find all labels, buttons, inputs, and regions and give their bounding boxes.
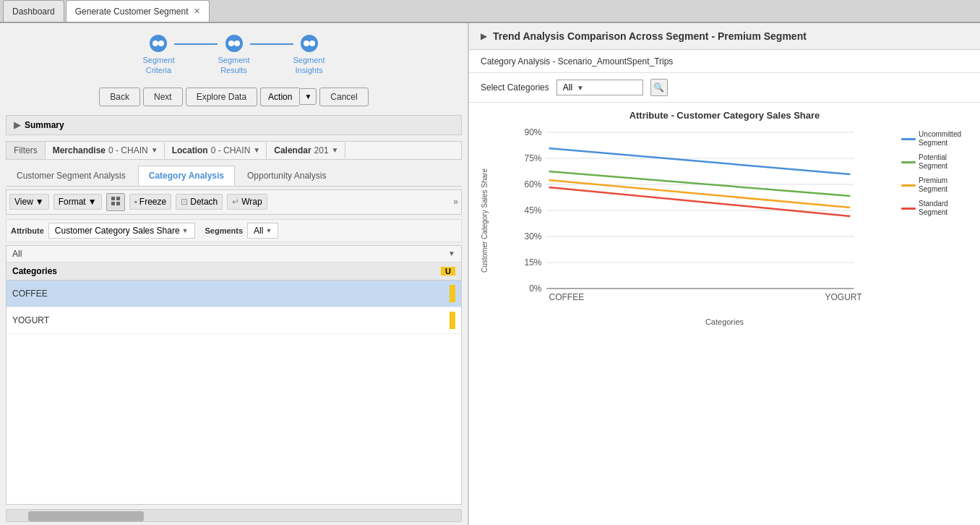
legend-premium: PremiumSegment <box>901 176 961 194</box>
detach-icon: ⊡ <box>181 197 188 207</box>
freeze-label: Freeze <box>139 197 166 207</box>
chart-y-label: Customer Category Sales Share <box>481 127 494 315</box>
explore-data-button[interactable]: Explore Data <box>186 88 257 106</box>
location-value: 0 - CHAIN <box>211 145 251 155</box>
attribute-label: Attribute <box>11 226 44 235</box>
svg-text:30%: 30% <box>524 231 541 242</box>
summary-label: Summary <box>25 120 64 130</box>
tab-dashboard[interactable]: Dashboard <box>3 0 64 22</box>
action-dropdown-button[interactable]: ▼ <box>299 88 317 105</box>
view-button[interactable]: View ▼ <box>9 194 49 210</box>
table-row[interactable]: COFFEE <box>7 281 461 307</box>
svg-rect-0 <box>111 197 115 200</box>
chart-container: Attribute - Customer Category Sales Shar… <box>469 103 980 525</box>
format-dropdown-icon: ▼ <box>88 197 97 207</box>
search-icon: 🔍 <box>653 82 664 93</box>
location-dropdown-icon[interactable]: ▼ <box>253 146 260 154</box>
grid-icon-button[interactable] <box>106 193 125 211</box>
merchandise-value: 0 - CHAIN <box>108 145 148 155</box>
view-label: View <box>14 197 33 207</box>
legend-standard-color <box>901 208 916 210</box>
step-label-insights: SegmentInsights <box>293 55 325 76</box>
legend-uncommitted-label: UncommittedSegment <box>919 130 961 148</box>
table-header-row: Categories U <box>7 262 461 281</box>
wrap-icon: ↵ <box>232 197 239 207</box>
right-subtitle: Category Analysis - Scenario_AmountSpent… <box>469 50 980 73</box>
wrap-button[interactable]: ↵ Wrap <box>227 194 267 210</box>
segments-select[interactable]: All ▼ <box>247 223 278 239</box>
svg-text:45%: 45% <box>524 205 541 215</box>
sub-tabs: Customer Segment Analysis Category Analy… <box>6 166 462 187</box>
legend-uncommitted: UncommittedSegment <box>901 130 961 148</box>
categories-select[interactable]: All ▼ <box>556 80 643 95</box>
select-categories-label: Select Categories <box>481 82 549 93</box>
row-yogurt-bar <box>450 312 455 329</box>
legend-potential-label: PotentialSegment <box>919 153 947 171</box>
row-yogurt-label: YOGURT <box>12 315 450 325</box>
categories-select-arrow-icon: ▼ <box>577 84 584 92</box>
buttons-row: Back Next Explore Data Action ▼ Cancel <box>0 82 468 112</box>
filter-merchandise[interactable]: Merchandise 0 - CHAIN ▼ <box>47 142 165 158</box>
row-coffee-label: COFFEE <box>12 289 450 299</box>
calendar-label: Calendar <box>274 145 311 155</box>
scroll-thumb[interactable] <box>28 511 144 521</box>
svg-text:90%: 90% <box>524 127 541 137</box>
attribute-dropdown-icon: ▼ <box>182 227 189 234</box>
legend-uncommitted-color <box>901 138 916 140</box>
chart-svg-area: 90% 75% 60% 45% 30% 15% 0% <box>494 127 968 315</box>
sub-tab-customer-segment-analysis[interactable]: Customer Segment Analysis <box>6 166 137 186</box>
filter-bar: Filters Merchandise 0 - CHAIN ▼ Location… <box>6 141 462 160</box>
tab-generate-customer-segment[interactable]: Generate Customer Segment ✕ <box>66 0 210 22</box>
location-label: Location <box>172 145 208 155</box>
next-button[interactable]: Next <box>143 88 183 106</box>
main-container: SegmentCriteria SegmentResults <box>0 23 980 525</box>
tab-dashboard-label: Dashboard <box>12 7 55 17</box>
summary-bar: ▶ Summary <box>6 115 462 135</box>
header-categories: Categories <box>12 266 441 276</box>
calendar-value: 201 <box>314 145 329 155</box>
categories-select-value: All <box>563 82 572 93</box>
svg-text:COFFEE: COFFEE <box>549 292 585 302</box>
search-button[interactable]: 🔍 <box>650 79 668 96</box>
chart-x-label: Categories <box>481 317 968 326</box>
close-icon[interactable]: ✕ <box>194 7 200 16</box>
right-panel-title: Trend Analysis Comparison Across Segment… <box>493 30 807 42</box>
tab-bar: Dashboard Generate Customer Segment ✕ <box>0 0 980 23</box>
attribute-select[interactable]: Customer Category Sales Share ▼ <box>48 223 195 239</box>
action-button-group: Action ▼ <box>260 88 317 106</box>
merchandise-dropdown-icon[interactable]: ▼ <box>151 146 158 154</box>
table-all-row[interactable]: All ▼ <box>7 246 461 262</box>
table-row[interactable]: YOGURT <box>7 307 461 334</box>
subtitle-text: Category Analysis - Scenario_AmountSpent… <box>481 56 673 67</box>
filter-calendar[interactable]: Calendar 201 ▼ <box>268 142 345 158</box>
format-button[interactable]: Format ▼ <box>53 194 102 210</box>
svg-text:60%: 60% <box>524 179 541 189</box>
legend-premium-color <box>901 184 916 187</box>
cancel-button[interactable]: Cancel <box>319 88 368 106</box>
svg-text:75%: 75% <box>524 153 541 163</box>
format-label: Format <box>59 197 86 207</box>
sub-tab-opportunity-analysis[interactable]: Opportunity Analysis <box>236 166 337 186</box>
detach-button[interactable]: ⊡ Detach <box>176 194 223 210</box>
filter-location[interactable]: Location 0 - CHAIN ▼ <box>166 142 267 158</box>
toolbar-expand-icon[interactable]: » <box>453 197 458 207</box>
chart-inner: Customer Category Sales Share 90% 75% 60… <box>481 127 968 315</box>
row-coffee-bar <box>450 285 455 302</box>
action-main-button[interactable]: Action <box>260 88 299 106</box>
filter-tab[interactable]: Filters <box>7 142 46 159</box>
calendar-dropdown-icon[interactable]: ▼ <box>332 146 339 154</box>
legend-potential: PotentialSegment <box>901 153 961 171</box>
wrap-label: Wrap <box>241 197 262 207</box>
chart-legend: UncommittedSegment PotentialSegment Prem… <box>901 130 961 217</box>
table-area: All ▼ Categories U COFFEE YOGURT <box>6 245 462 505</box>
scrollbar[interactable] <box>6 509 462 522</box>
view-dropdown-icon: ▼ <box>35 197 44 207</box>
back-button[interactable]: Back <box>99 88 140 106</box>
sub-tab-category-analysis[interactable]: Category Analysis <box>138 166 235 186</box>
freeze-button[interactable]: ▪ Freeze <box>129 194 172 210</box>
svg-rect-1 <box>116 197 120 200</box>
grid-icon <box>111 196 121 206</box>
attribute-value: Customer Category Sales Share <box>55 226 180 236</box>
all-dropdown-icon[interactable]: ▼ <box>448 249 455 257</box>
detach-label: Detach <box>190 197 218 207</box>
